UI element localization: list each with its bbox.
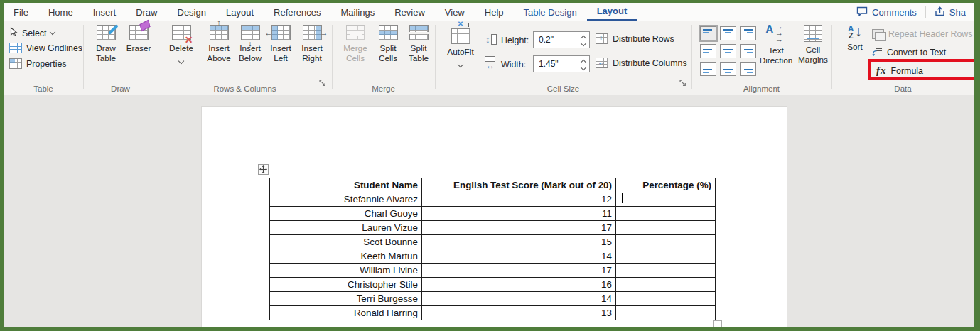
select-button[interactable]: Select bbox=[9, 27, 55, 39]
insert-right-button[interactable]: → Insert Right bbox=[296, 25, 328, 64]
header-test-score[interactable]: English Test Score (Mark out of 20) bbox=[422, 178, 616, 192]
document-page[interactable]: Student Name English Test Score (Mark ou… bbox=[201, 106, 787, 327]
ribbon-tab-bar: File Home Insert Draw Design Layout Refe… bbox=[4, 3, 974, 21]
cell-score[interactable]: 15 bbox=[422, 235, 616, 249]
view-gridlines-button[interactable]: View Gridlines bbox=[9, 43, 82, 53]
table-row: William Livine 17 bbox=[270, 264, 716, 278]
header-student-name[interactable]: Student Name bbox=[270, 178, 422, 192]
cell-margins-icon bbox=[804, 25, 822, 42]
tab-view[interactable]: View bbox=[435, 3, 475, 21]
align-top-left-button[interactable] bbox=[700, 26, 716, 40]
cell-percentage[interactable] bbox=[616, 235, 716, 249]
width-input[interactable] bbox=[534, 56, 578, 72]
tab-review[interactable]: Review bbox=[384, 3, 435, 21]
formula-button[interactable]: fx Formula bbox=[876, 65, 923, 77]
tab-mailings[interactable]: Mailings bbox=[331, 3, 385, 21]
distribute-rows-icon: ↕ bbox=[596, 33, 608, 44]
cell-percentage[interactable] bbox=[616, 278, 716, 292]
distribute-rows-label: Distribute Rows bbox=[613, 34, 674, 44]
cell-name[interactable]: Ronald Harring bbox=[270, 306, 422, 320]
cell-name[interactable]: Terri Burgesse bbox=[270, 292, 422, 306]
table-move-handle[interactable] bbox=[258, 164, 269, 175]
eraser-button[interactable]: Eraser bbox=[123, 25, 154, 54]
cell-percentage[interactable] bbox=[616, 264, 716, 278]
fx-formula-icon: fx bbox=[876, 65, 887, 77]
window-frame-bottom bbox=[0, 327, 980, 331]
cell-score[interactable]: 16 bbox=[422, 278, 616, 292]
group-label-table: Table bbox=[4, 85, 83, 93]
share-icon bbox=[935, 6, 945, 18]
tab-file[interactable]: File bbox=[4, 3, 38, 21]
gridlines-icon bbox=[9, 43, 22, 53]
split-cells-button[interactable]: Split Cells bbox=[372, 25, 404, 64]
tab-insert[interactable]: Insert bbox=[83, 3, 126, 21]
split-table-button[interactable]: Split Table bbox=[402, 25, 435, 64]
tab-table-layout-active[interactable]: Layout bbox=[587, 3, 637, 21]
autofit-button[interactable]: ✕ AutoFit bbox=[443, 28, 478, 64]
tab-layout[interactable]: Layout bbox=[216, 3, 264, 21]
text-direction-button[interactable]: A →→→ Text Direction bbox=[756, 25, 796, 66]
align-bottom-right-button[interactable] bbox=[740, 62, 756, 76]
align-center-button[interactable] bbox=[720, 44, 736, 58]
cell-percentage[interactable] bbox=[616, 249, 716, 264]
insert-left-button[interactable]: ← Insert Left bbox=[266, 25, 296, 64]
sort-button[interactable]: AZ ↓ Sort bbox=[841, 25, 868, 53]
height-stepper[interactable] bbox=[578, 32, 589, 48]
insert-above-button[interactable]: ↑ Insert Above bbox=[203, 25, 235, 64]
sort-az-icon: AZ ↓ bbox=[848, 25, 862, 39]
align-center-left-button[interactable] bbox=[700, 44, 716, 58]
cell-name[interactable]: Charl Guoye bbox=[270, 207, 422, 221]
cell-name[interactable]: Scot Bounne bbox=[270, 235, 422, 249]
delete-button[interactable]: ✕ Delete bbox=[165, 25, 198, 60]
repeat-header-rows-button: Repeat Header Rows bbox=[872, 29, 972, 39]
tab-references[interactable]: References bbox=[264, 3, 330, 21]
align-top-center-button[interactable] bbox=[720, 26, 736, 40]
cell-score[interactable]: 14 bbox=[422, 292, 616, 306]
group-label-cell-size: Cell Size bbox=[435, 85, 691, 93]
table-row: Lauren Vizue 17 bbox=[270, 221, 716, 235]
cell-percentage[interactable] bbox=[616, 306, 716, 320]
cell-name[interactable]: Christopher Stile bbox=[270, 278, 422, 292]
distribute-rows-button[interactable]: ↕ Distribute Rows bbox=[596, 33, 674, 44]
cell-score[interactable]: 17 bbox=[422, 221, 616, 235]
tab-table-design[interactable]: Table Design bbox=[514, 3, 587, 21]
align-bottom-center-button[interactable] bbox=[720, 62, 736, 76]
align-bottom-left-button[interactable] bbox=[700, 62, 716, 76]
cell-percentage[interactable] bbox=[616, 292, 716, 306]
tab-draw[interactable]: Draw bbox=[126, 3, 167, 21]
draw-table-button[interactable]: Draw Table bbox=[90, 25, 122, 64]
tab-design[interactable]: Design bbox=[168, 3, 216, 21]
properties-button[interactable]: Properties bbox=[9, 58, 66, 69]
cell-name[interactable]: Lauren Vizue bbox=[270, 221, 422, 235]
cell-percentage[interactable] bbox=[616, 192, 716, 207]
insert-below-button[interactable]: ↓ Insert Below bbox=[235, 25, 266, 64]
align-top-right-button[interactable] bbox=[740, 26, 756, 40]
table-resize-handle[interactable] bbox=[713, 320, 722, 327]
width-stepper[interactable] bbox=[578, 56, 589, 72]
cell-score[interactable]: 12 bbox=[422, 192, 616, 207]
tab-help[interactable]: Help bbox=[475, 3, 514, 21]
cell-score[interactable]: 13 bbox=[422, 306, 616, 320]
cell-margins-button[interactable]: Cell Margins bbox=[795, 25, 831, 65]
header-percentage[interactable]: Percentage (%) bbox=[616, 178, 716, 192]
share-button[interactable]: Sha bbox=[926, 3, 974, 21]
cell-score[interactable]: 14 bbox=[422, 249, 616, 264]
cell-name[interactable]: Keeth Martun bbox=[270, 249, 422, 264]
cell-name[interactable]: Stefannie Alvarez bbox=[270, 192, 422, 207]
cell-score[interactable]: 17 bbox=[422, 264, 616, 278]
align-center-right-button[interactable] bbox=[740, 44, 756, 58]
height-input[interactable] bbox=[534, 32, 578, 48]
convert-to-text-button[interactable]: Convert to Text bbox=[872, 47, 946, 58]
group-divider bbox=[83, 25, 84, 89]
delete-label: Delete bbox=[169, 44, 193, 54]
cell-percentage[interactable] bbox=[616, 221, 716, 235]
cell-score[interactable]: 11 bbox=[422, 207, 616, 221]
cell-name[interactable]: William Livine bbox=[270, 264, 422, 278]
select-label: Select bbox=[22, 28, 46, 38]
cell-percentage[interactable] bbox=[616, 207, 716, 221]
split-table-icon bbox=[409, 25, 429, 40]
comments-button[interactable]: Comments bbox=[848, 3, 925, 21]
table-row: Terri Burgesse 14 bbox=[270, 292, 716, 306]
tab-home[interactable]: Home bbox=[38, 3, 83, 21]
distribute-columns-button[interactable]: ↔ Distribute Columns bbox=[596, 58, 687, 68]
